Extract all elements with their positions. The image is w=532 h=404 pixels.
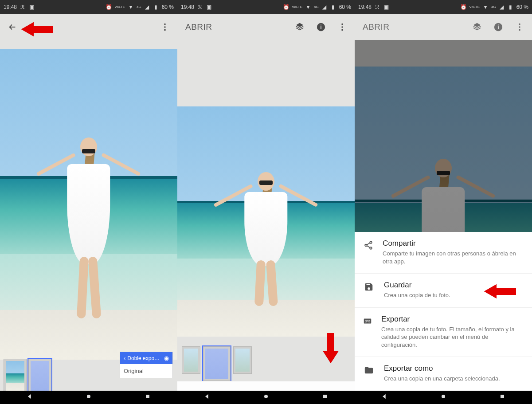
info-button[interactable] — [489, 18, 507, 36]
nav-home-button[interactable] — [85, 393, 92, 402]
alarm-icon: ⏰ — [461, 4, 467, 10]
effect-name: Doble exposici… — [125, 355, 164, 361]
history-thumb-active[interactable] — [203, 346, 231, 381]
nav-back-button[interactable] — [203, 393, 211, 402]
effect-tooltip: ‹ Doble exposici… ◉ Original — [120, 352, 173, 378]
volte-icon: VoLTE — [469, 5, 480, 9]
svg-point-12 — [341, 29, 343, 31]
status-bar: 19:48 ℛ ▣ ⏰ VoLTE ▾ 4G ◢ ▮ 60 % — [177, 0, 355, 14]
svg-marker-3 — [21, 22, 53, 36]
history-thumb[interactable] — [182, 346, 200, 374]
svg-marker-14 — [205, 394, 208, 399]
nav-recents-button[interactable] — [144, 393, 151, 402]
svg-marker-29 — [383, 394, 386, 399]
signal-icon: ◢ — [499, 4, 505, 10]
nav-back-button[interactable] — [381, 393, 388, 402]
edit-step-thumb-active[interactable] — [28, 359, 51, 394]
open-button[interactable]: ABRIR — [181, 22, 287, 32]
svg-point-0 — [164, 24, 166, 25]
save-icon — [363, 281, 375, 299]
eye-icon[interactable]: ◉ — [164, 355, 169, 361]
nav-home-button[interactable] — [440, 393, 447, 402]
screenshot-panel-3: 19:48 ℛ ▣ ⏰ VoLTE ▾ 4G ◢ ▮ 60 % ABRIR — [355, 0, 532, 404]
layers-button[interactable] — [291, 18, 309, 36]
status-app-icon-1: ℛ — [20, 4, 26, 10]
effect-state[interactable]: Original — [120, 364, 172, 378]
svg-point-11 — [341, 26, 343, 28]
svg-point-30 — [442, 395, 445, 398]
volte-icon: VoLTE — [292, 5, 302, 9]
battery-text: 60 % — [516, 4, 528, 10]
overflow-menu-button[interactable] — [511, 18, 528, 36]
info-button[interactable] — [312, 18, 330, 36]
screenshot-panel-2: 19:48 ℛ ▣ ⏰ VoLTE ▾ 4G ◢ ▮ 60 % ABRIR — [177, 0, 355, 404]
export-bottom-sheet: Compartir Comparte tu imagen con otras p… — [355, 232, 532, 391]
history-thumbnails — [182, 346, 252, 381]
status-time: 19:48 — [4, 4, 17, 10]
alarm-icon: ⏰ — [283, 4, 289, 10]
svg-rect-9 — [321, 25, 321, 26]
edit-step-thumb[interactable] — [4, 359, 27, 394]
status-app-icon-2: ▣ — [28, 4, 35, 10]
folder-icon — [363, 364, 375, 383]
battery-icon: ▮ — [508, 4, 514, 10]
status-bar: 19:48 ℛ ▣ ⏰ VoLTE ▾ 4G ◢ ▮ 60 % — [0, 0, 177, 14]
battery-icon: ▮ — [330, 4, 336, 10]
status-time: 19:48 — [358, 4, 372, 10]
status-app-icon-1: ℛ — [197, 4, 203, 10]
wifi-icon: ▾ — [128, 4, 134, 10]
sheet-desc: Crea una copia en una carpeta selecciona… — [384, 375, 500, 383]
svg-rect-19 — [498, 25, 499, 26]
share-icon — [363, 239, 374, 265]
battery-text: 60 % — [339, 4, 351, 10]
sheet-desc: Crea una copia de tu foto. — [384, 291, 450, 299]
open-button[interactable]: ABRIR — [358, 22, 465, 32]
svg-point-15 — [264, 395, 268, 398]
svg-rect-31 — [501, 395, 504, 398]
effect-tooltip-header[interactable]: ‹ Doble exposici… ◉ — [120, 352, 172, 364]
annotation-arrow — [484, 282, 516, 302]
jpg-icon: JPG — [363, 315, 372, 349]
sheet-desc: Comparte tu imagen con otras personas o … — [383, 250, 524, 265]
svg-rect-8 — [321, 26, 321, 29]
history-thumb[interactable] — [233, 346, 252, 374]
sheet-item-export[interactable]: JPG Exportar Crea una copia de tu foto. … — [355, 308, 532, 357]
svg-rect-18 — [498, 26, 499, 29]
svg-marker-13 — [323, 333, 339, 363]
annotation-arrow — [321, 333, 340, 365]
overflow-menu-button[interactable] — [156, 18, 174, 36]
sheet-title: Exportar como — [384, 364, 500, 373]
net-icon: 4G — [314, 5, 319, 9]
wifi-icon: ▾ — [482, 4, 489, 10]
overflow-menu-button[interactable] — [333, 18, 351, 36]
net-icon: 4G — [137, 5, 141, 9]
sheet-item-export-as[interactable]: Exportar como Crea una copia en una carp… — [355, 357, 532, 391]
android-nav-bar — [0, 391, 177, 404]
svg-point-22 — [519, 29, 520, 31]
sheet-title: Guardar — [384, 281, 450, 290]
svg-point-10 — [341, 24, 343, 25]
android-nav-bar — [177, 391, 355, 404]
editor-canvas[interactable]: ‹ Doble exposici… ◉ Original — [0, 40, 177, 404]
layers-button[interactable] — [468, 18, 486, 36]
android-nav-bar — [355, 391, 532, 404]
status-bar: 19:48 ℛ ▣ ⏰ VoLTE ▾ 4G ◢ ▮ 60 % — [355, 0, 532, 14]
nav-back-button[interactable] — [26, 393, 33, 402]
nav-recents-button[interactable] — [321, 393, 329, 402]
sheet-desc: Crea una copia de tu foto. El tamaño, el… — [381, 326, 524, 349]
sheet-item-share[interactable]: Compartir Comparte tu imagen con otras p… — [355, 232, 532, 274]
svg-point-21 — [519, 26, 520, 28]
nav-recents-button[interactable] — [499, 393, 506, 402]
app-bar: ABRIR — [177, 14, 355, 40]
wifi-icon: ▾ — [305, 4, 311, 10]
svg-point-25 — [370, 247, 372, 249]
volte-icon: VoLTE — [115, 5, 125, 9]
signal-icon: ◢ — [144, 4, 150, 10]
svg-point-23 — [370, 241, 372, 243]
nav-home-button[interactable] — [262, 393, 270, 402]
svg-rect-6 — [146, 395, 149, 398]
status-app-icon-2: ▣ — [206, 4, 212, 10]
sheet-title: Exportar — [381, 315, 524, 324]
back-button[interactable] — [4, 18, 21, 36]
screenshot-panel-1: 19:48 ℛ ▣ ⏰ VoLTE ▾ 4G ◢ ▮ 60 % — [0, 0, 177, 404]
